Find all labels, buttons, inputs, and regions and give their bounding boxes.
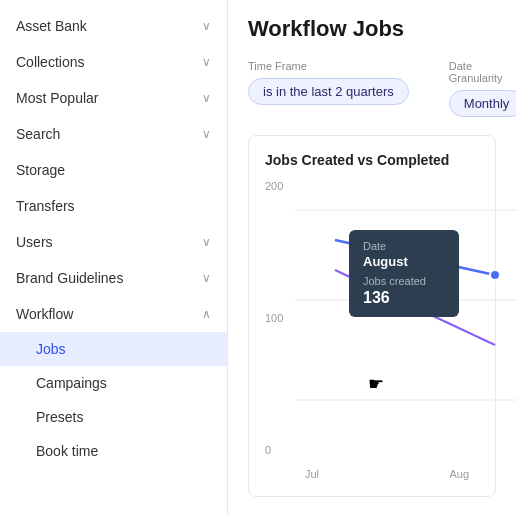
date-granularity-filter: Date Granularity Monthly xyxy=(449,60,516,117)
sidebar-item-asset-bank[interactable]: Asset Bank ∨ xyxy=(0,8,227,44)
sidebar-item-storage[interactable]: Storage xyxy=(0,152,227,188)
sidebar: Asset Bank ∨ Collections ∨ Most Popular … xyxy=(0,0,228,516)
cursor-icon: ☛ xyxy=(368,373,384,395)
sidebar-item-label: Storage xyxy=(16,162,65,178)
x-label-aug: Aug xyxy=(449,468,469,480)
main-content: Workflow Jobs Time Frame is in the last … xyxy=(228,0,516,516)
sidebar-item-workflow[interactable]: Workflow ∧ xyxy=(0,296,227,332)
time-frame-label: Time Frame xyxy=(248,60,409,72)
x-axis: Jul Aug xyxy=(295,468,479,480)
sidebar-sub-item-label: Presets xyxy=(36,409,83,425)
sidebar-sub-item-jobs[interactable]: Jobs xyxy=(0,332,227,366)
chart-title: Jobs Created vs Completed xyxy=(265,152,479,168)
chevron-down-icon: ∨ xyxy=(202,127,211,141)
y-label-100: 100 xyxy=(265,312,283,324)
chart-card: Jobs Created vs Completed 200 100 0 xyxy=(248,135,496,497)
sidebar-item-label: Search xyxy=(16,126,60,142)
sidebar-item-label: Asset Bank xyxy=(16,18,87,34)
chevron-down-icon: ∨ xyxy=(202,19,211,33)
sidebar-sub-item-label: Jobs xyxy=(36,341,66,357)
filters-row: Time Frame is in the last 2 quarters Dat… xyxy=(248,60,496,117)
chevron-down-icon: ∨ xyxy=(202,235,211,249)
sidebar-item-label: Most Popular xyxy=(16,90,98,106)
chevron-down-icon: ∨ xyxy=(202,55,211,69)
time-frame-pill[interactable]: is in the last 2 quarters xyxy=(248,78,409,105)
x-label-jul: Jul xyxy=(305,468,319,480)
sidebar-sub-item-label: Book time xyxy=(36,443,98,459)
y-label-200: 200 xyxy=(265,180,283,192)
sidebar-sub-item-campaigns[interactable]: Campaings xyxy=(0,366,227,400)
sidebar-sub-item-book-time[interactable]: Book time xyxy=(0,434,227,468)
chevron-down-icon: ∨ xyxy=(202,91,211,105)
sidebar-item-search[interactable]: Search ∨ xyxy=(0,116,227,152)
sidebar-item-label: Collections xyxy=(16,54,84,70)
chart-area: 200 100 0 Date xyxy=(265,180,479,480)
sidebar-item-users[interactable]: Users ∨ xyxy=(0,224,227,260)
sidebar-item-collections[interactable]: Collections ∨ xyxy=(0,44,227,80)
chevron-up-icon: ∧ xyxy=(202,307,211,321)
chart-svg xyxy=(295,180,516,450)
sidebar-item-transfers[interactable]: Transfers xyxy=(0,188,227,224)
time-frame-filter: Time Frame is in the last 2 quarters xyxy=(248,60,409,117)
page-title: Workflow Jobs xyxy=(248,16,496,42)
sidebar-item-label: Transfers xyxy=(16,198,75,214)
svg-point-3 xyxy=(490,270,500,280)
sidebar-item-label: Users xyxy=(16,234,53,250)
date-granularity-label: Date Granularity xyxy=(449,60,516,84)
y-label-0: 0 xyxy=(265,444,283,456)
sidebar-item-most-popular[interactable]: Most Popular ∨ xyxy=(0,80,227,116)
sidebar-item-label: Brand Guidelines xyxy=(16,270,123,286)
sidebar-item-brand-guidelines[interactable]: Brand Guidelines ∨ xyxy=(0,260,227,296)
sidebar-sub-item-label: Campaings xyxy=(36,375,107,391)
sidebar-sub-item-presets[interactable]: Presets xyxy=(0,400,227,434)
chevron-down-icon: ∨ xyxy=(202,271,211,285)
y-axis: 200 100 0 xyxy=(265,180,283,480)
sidebar-item-label: Workflow xyxy=(16,306,73,322)
date-granularity-pill[interactable]: Monthly xyxy=(449,90,516,117)
